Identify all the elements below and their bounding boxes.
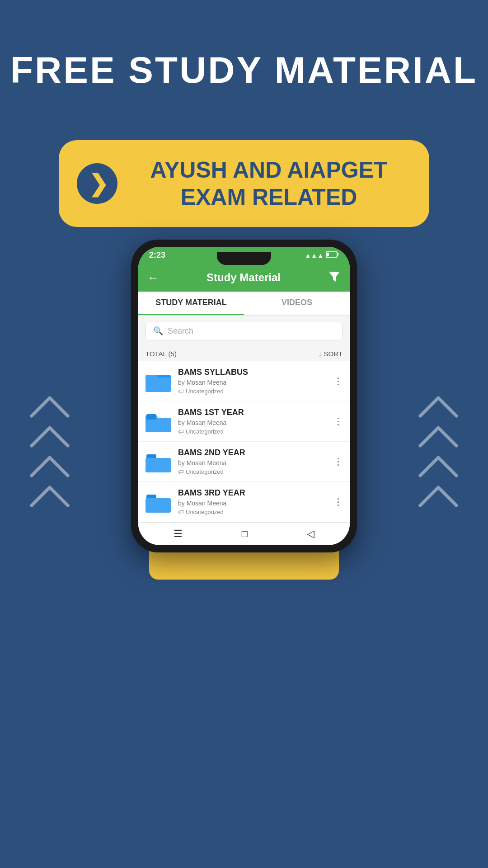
item-author: by Mosan Meena	[178, 379, 326, 386]
promo-banner[interactable]: ❯ AYUSH AND AIAPGET EXAM RELATED	[59, 140, 429, 227]
phone-screen: 2:23 ▲▲▲ ← Study Material	[138, 247, 350, 545]
status-icons: ▲▲▲	[305, 251, 339, 259]
menu-nav-button[interactable]: ☰	[174, 528, 183, 540]
back-button[interactable]: ←	[147, 271, 159, 285]
total-sort-bar: TOTAL (5) ↓ SORT	[138, 346, 350, 361]
item-title: BAMS 2ND YEAR	[178, 448, 326, 458]
item-tag: 🏷 Uncategorized	[178, 468, 326, 475]
item-info: BAMS 1ST YEAR by Mosan Meena 🏷 Uncategor…	[178, 408, 326, 435]
phone-outer: 2:23 ▲▲▲ ← Study Material	[131, 240, 357, 552]
phone-mockup: 2:23 ▲▲▲ ← Study Material	[131, 240, 357, 552]
app-bar-title: Study Material	[206, 271, 281, 284]
banner-text: AYUSH AND AIAPGET EXAM RELATED	[131, 156, 407, 211]
item-author: by Mosan Meena	[178, 419, 326, 426]
folder-icon	[145, 491, 171, 513]
more-options-button[interactable]: ⋮	[333, 496, 343, 507]
signal-icon: ▲▲▲	[305, 252, 324, 259]
item-author: by Mosan Meena	[178, 459, 326, 467]
bottom-nav: ☰ □ ◁	[138, 522, 350, 545]
tag-icon: 🏷	[178, 468, 184, 475]
item-info: BAMS SYLLABUS by Mosan Meena 🏷 Uncategor…	[178, 368, 326, 395]
chevron-right-icon: ❯	[89, 170, 108, 197]
item-tag: 🏷 Uncategorized	[178, 428, 326, 435]
item-author: by Mosan Meena	[178, 500, 326, 507]
battery-indicator	[326, 251, 339, 259]
svg-rect-9	[146, 414, 156, 420]
home-nav-button[interactable]: □	[242, 528, 248, 540]
search-icon: 🔍	[153, 326, 163, 336]
svg-rect-6	[145, 377, 171, 392]
more-options-button[interactable]: ⋮	[333, 416, 343, 427]
page-title: FREE STUDY MATERIAL	[0, 50, 488, 90]
folder-icon	[145, 451, 171, 472]
folder-icon	[145, 370, 171, 392]
search-bar[interactable]: 🔍 Search	[145, 321, 343, 341]
tag-icon: 🏷	[178, 388, 184, 395]
tag-icon: 🏷	[178, 509, 184, 515]
list-item[interactable]: BAMS 3RD YEAR by Mosan Meena 🏷 Uncategor…	[138, 482, 350, 522]
filter-icon[interactable]	[328, 270, 341, 285]
back-nav-button[interactable]: ◁	[307, 528, 314, 540]
svg-rect-11	[145, 458, 171, 472]
item-tag: 🏷 Uncategorized	[178, 509, 326, 515]
status-time: 2:23	[149, 250, 165, 260]
app-bar: ← Study Material	[138, 264, 350, 292]
search-input[interactable]: Search	[168, 326, 193, 336]
tab-videos[interactable]: VIDEOS	[244, 292, 350, 315]
item-title: BAMS SYLLABUS	[178, 368, 326, 377]
decorative-arrows-left	[27, 393, 72, 510]
tag-icon: 🏷	[178, 428, 184, 435]
list-item[interactable]: BAMS 1ST YEAR by Mosan Meena 🏷 Uncategor…	[138, 401, 350, 442]
tab-study-material[interactable]: STUDY MATERIAL	[138, 292, 244, 315]
item-tag: 🏷 Uncategorized	[178, 388, 326, 395]
list-item[interactable]: BAMS 2ND YEAR by Mosan Meena 🏷 Uncategor…	[138, 442, 350, 482]
item-title: BAMS 1ST YEAR	[178, 408, 326, 417]
svg-marker-3	[329, 272, 340, 282]
search-bar-container: 🔍 Search	[138, 316, 350, 346]
item-title: BAMS 3RD YEAR	[178, 488, 326, 498]
sort-button[interactable]: ↓ SORT	[319, 350, 343, 358]
item-info: BAMS 3RD YEAR by Mosan Meena 🏷 Uncategor…	[178, 488, 326, 515]
phone-notch	[217, 252, 271, 265]
more-options-button[interactable]: ⋮	[333, 376, 343, 387]
tabs-bar: STUDY MATERIAL VIDEOS	[138, 292, 350, 316]
banner-arrow-button[interactable]: ❯	[77, 163, 117, 204]
item-info: BAMS 2ND YEAR by Mosan Meena 🏷 Uncategor…	[178, 448, 326, 475]
list-item[interactable]: BAMS SYLLABUS by Mosan Meena 🏷 Uncategor…	[138, 361, 350, 401]
svg-rect-8	[145, 418, 171, 432]
svg-rect-1	[337, 253, 338, 256]
svg-rect-13	[145, 498, 171, 513]
decorative-arrows-right	[416, 393, 461, 510]
more-options-button[interactable]: ⋮	[333, 456, 343, 467]
svg-rect-2	[327, 253, 329, 256]
total-count-label: TOTAL (5)	[145, 350, 177, 358]
folder-icon	[145, 410, 171, 432]
